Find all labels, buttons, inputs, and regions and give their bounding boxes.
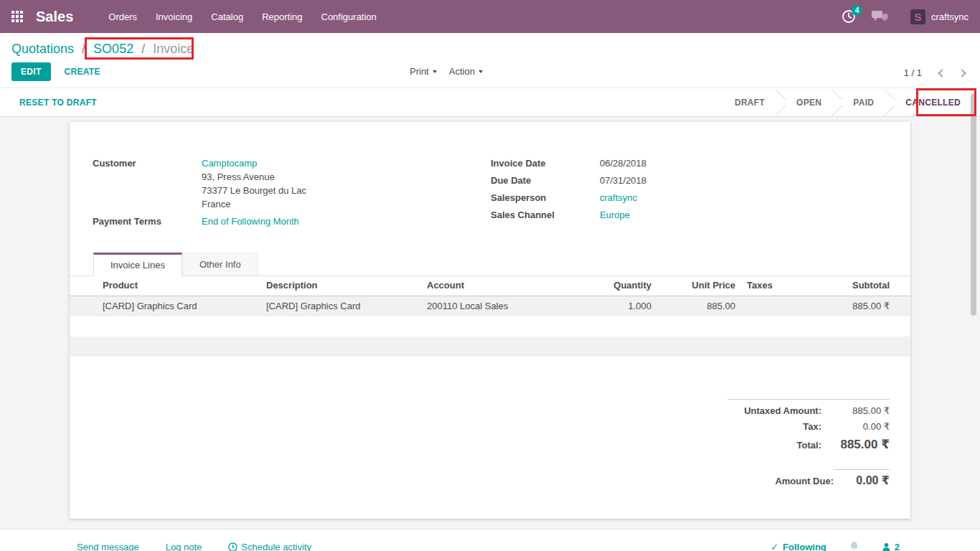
form-group-left: Customer Camptocamp 93, Press Avenue 733… xyxy=(93,156,401,232)
salesperson-link[interactable]: craftsync xyxy=(600,191,637,204)
tab-strip: Invoice Lines Other Info xyxy=(70,253,910,276)
statusbar: RESET TO DRAFT DRAFT OPEN PAID CANCELLED xyxy=(0,88,980,117)
action-menu-label: Action xyxy=(449,66,475,77)
col-taxes: Taxes xyxy=(741,276,809,296)
status-chevron-icon xyxy=(776,88,786,116)
create-button[interactable]: CREATE xyxy=(65,67,100,77)
navbar-right: 4 S craftsync xyxy=(842,9,969,24)
payment-terms-label: Payment Terms xyxy=(93,215,202,228)
reset-to-draft-button[interactable]: RESET TO DRAFT xyxy=(19,98,97,108)
menu-configuration[interactable]: Configuration xyxy=(312,7,386,27)
customer-label: Customer xyxy=(93,156,202,211)
amount-due-row: Amount Due: 0.00 ₹ xyxy=(727,469,890,487)
content-area: Customer Camptocamp 93, Press Avenue 733… xyxy=(0,117,980,529)
top-navbar: Sales Orders Invoicing Catalog Reporting… xyxy=(0,0,980,33)
status-chevron-icon xyxy=(832,88,842,116)
user-menu[interactable]: craftsync xyxy=(931,11,969,22)
status-draft[interactable]: DRAFT xyxy=(724,98,776,108)
menu-reporting[interactable]: Reporting xyxy=(253,7,311,27)
table-row-empty xyxy=(70,336,910,357)
avatar[interactable]: S xyxy=(910,9,925,24)
breadcrumb-separator: / xyxy=(77,42,90,56)
address-line: France xyxy=(202,197,306,211)
col-product: Product xyxy=(70,276,260,296)
person-icon xyxy=(882,542,891,551)
total-value: 885.00 ₹ xyxy=(821,437,890,452)
col-account: Account xyxy=(421,276,572,296)
schedule-activity-button[interactable]: Schedule activity xyxy=(228,542,311,551)
cell-subtotal: 885.00 ₹ xyxy=(809,296,910,317)
invoice-date-value: 06/28/2018 xyxy=(600,156,646,170)
scrollbar-thumb[interactable] xyxy=(971,93,976,316)
activity-badge: 4 xyxy=(852,5,862,16)
following-label: Following xyxy=(783,542,826,551)
action-menu[interactable]: Action xyxy=(449,66,483,77)
chat-bubbles-glyph xyxy=(872,10,889,23)
total-label: Total: xyxy=(797,440,821,451)
cell-product: [CARD] Graphics Card xyxy=(70,296,260,317)
payment-terms-link[interactable]: End of Following Month xyxy=(202,215,299,228)
form-group-right: Invoice Date 06/28/2018 Due Date 07/31/2… xyxy=(491,156,799,225)
caret-down-icon xyxy=(479,70,483,73)
address-line: 73377 Le Bourget du Lac xyxy=(202,184,306,197)
status-paid[interactable]: PAID xyxy=(842,98,885,108)
log-note-button[interactable]: Log note xyxy=(166,542,202,551)
following-button[interactable]: ✓ Following xyxy=(771,542,826,551)
send-message-button[interactable]: Send message xyxy=(77,542,139,551)
customer-value: Camptocamp 93, Press Avenue 73377 Le Bou… xyxy=(202,156,306,211)
breadcrumb-quotations[interactable]: Quotations xyxy=(11,42,74,56)
table-row-empty xyxy=(70,316,910,336)
schedule-activity-label: Schedule activity xyxy=(241,542,311,551)
breadcrumb-separator: / xyxy=(137,42,149,56)
tab-invoice-lines[interactable]: Invoice Lines xyxy=(93,253,182,276)
apps-menu-icon[interactable] xyxy=(11,11,24,23)
sales-channel-label: Sales Channel xyxy=(491,208,600,222)
followers-button[interactable]: 2 xyxy=(882,542,900,551)
sales-channel-field: Sales Channel Europe xyxy=(491,208,799,222)
messages-icon[interactable] xyxy=(872,10,889,23)
pager-previous-icon[interactable] xyxy=(938,69,946,77)
menu-invoicing[interactable]: Invoicing xyxy=(146,7,202,27)
action-menus: Print Action xyxy=(410,66,483,77)
control-panel-buttons: EDIT CREATE xyxy=(11,62,969,81)
table-header-row: Product Description Account Quantity Uni… xyxy=(70,276,910,296)
print-menu[interactable]: Print xyxy=(410,66,437,77)
tab-other-info[interactable]: Other Info xyxy=(182,253,258,276)
salesperson-label: Salesperson xyxy=(491,191,600,204)
caret-down-icon xyxy=(433,70,437,73)
table-row[interactable]: [CARD] Graphics Card [CARD] Graphics Car… xyxy=(70,296,910,317)
chatter: Send message Log note Schedule activity … xyxy=(0,529,980,551)
invoice-form-card: Customer Camptocamp 93, Press Avenue 733… xyxy=(70,122,910,519)
customer-link[interactable]: Camptocamp xyxy=(202,158,257,169)
pager-next-icon[interactable] xyxy=(958,69,966,77)
tax-value: 0.00 ₹ xyxy=(821,421,890,432)
status-cancelled[interactable]: CANCELLED xyxy=(895,98,971,108)
due-date-label: Due Date xyxy=(491,174,600,187)
col-subtotal: Subtotal xyxy=(809,276,910,296)
bell-glyph xyxy=(849,540,859,551)
menu-orders[interactable]: Orders xyxy=(99,7,146,27)
edit-button[interactable]: EDIT xyxy=(11,62,51,81)
breadcrumb-so052[interactable]: SO052 xyxy=(93,42,133,56)
payment-terms-field: Payment Terms End of Following Month xyxy=(93,215,401,228)
cell-taxes xyxy=(741,296,809,317)
check-icon: ✓ xyxy=(771,542,778,551)
untaxed-amount-value: 885.00 ₹ xyxy=(821,405,890,416)
app-title[interactable]: Sales xyxy=(36,9,73,25)
control-panel: Quotations / SO052 / Invoice EDIT CREATE… xyxy=(0,33,980,88)
pager: 1 / 1 xyxy=(904,67,965,78)
totals-panel: Untaxed Amount: 885.00 ₹ Tax: 0.00 ₹ Tot… xyxy=(727,399,890,492)
breadcrumb: Quotations / SO052 / Invoice xyxy=(11,42,969,57)
notebook: Invoice Lines Other Info Product Descrip… xyxy=(70,253,910,357)
activity-clock-icon[interactable]: 4 xyxy=(842,9,856,24)
menu-catalog[interactable]: Catalog xyxy=(202,7,253,27)
bell-icon[interactable] xyxy=(849,540,859,551)
sales-channel-link[interactable]: Europe xyxy=(600,208,630,222)
main-menu: Orders Invoicing Catalog Reporting Confi… xyxy=(99,7,386,27)
chatter-right: ✓ Following 2 xyxy=(771,540,900,551)
invoice-date-label: Invoice Date xyxy=(491,156,600,170)
status-chevron-icon xyxy=(885,88,895,116)
cell-description: [CARD] Graphics Card xyxy=(260,296,421,317)
status-open[interactable]: OPEN xyxy=(786,98,832,108)
invoice-lines-table: Product Description Account Quantity Uni… xyxy=(70,276,910,357)
